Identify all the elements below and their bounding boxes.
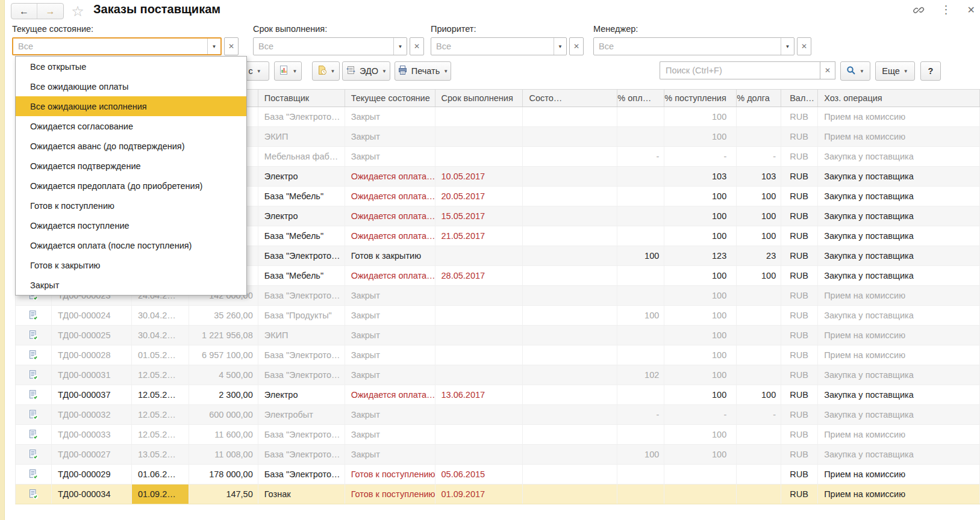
due-input[interactable]	[254, 38, 393, 55]
cell-debt	[737, 465, 781, 484]
search-input[interactable]	[660, 61, 820, 79]
table-row[interactable]: ТД00-00003312.05.2…11 600,00База "Электр…	[15, 425, 980, 445]
column-header[interactable]: Хоз. операция	[818, 90, 980, 107]
cell-num: ТД00-000027	[52, 445, 132, 464]
cell-debt	[737, 425, 781, 444]
cell-due: 13.06.2017	[435, 385, 523, 404]
column-header[interactable]: Поставщик	[258, 90, 345, 107]
cell-paid	[617, 187, 664, 206]
table-row[interactable]: ТД00-00002713.05.2…11 008,00База "Электр…	[15, 445, 980, 465]
search-area: ✕	[660, 61, 835, 79]
table-row[interactable]: ТД00-00002430.04.2…35 260,00База "Продук…	[15, 306, 980, 326]
table-row[interactable]: ТД00-00003401.09.2…147,50ГознакГотов к п…	[15, 484, 980, 504]
dropdown-item[interactable]: Все ожидающие исполнения	[16, 96, 246, 116]
document-posted-icon	[16, 326, 52, 345]
manager-clear-button[interactable]: ✕	[797, 37, 811, 55]
table-row[interactable]: ТД00-00002530.04.2…1 221 956,08ЭКИПЗакры…	[15, 326, 980, 345]
table-row[interactable]: ТД00-00003712.05.2…2 300,00ЭлектроОжидае…	[15, 385, 980, 405]
manager-combobox[interactable]: ▼	[593, 37, 794, 55]
cell-date: 30.04.2…	[132, 326, 189, 345]
cell-recv: 100	[664, 206, 737, 226]
dropdown-item[interactable]: Все ожидающие оплаты	[16, 76, 246, 96]
filter-label-manager: Менеджер:	[593, 24, 638, 34]
cell-cur: RUB	[781, 326, 818, 345]
help-button[interactable]: ?	[920, 61, 941, 81]
cell-sum: 1 221 956,08	[189, 326, 258, 345]
close-icon[interactable]: ✕	[967, 4, 975, 16]
dropdown-item[interactable]: Все открытые	[16, 57, 246, 76]
current-state-input[interactable]	[13, 39, 207, 54]
cell-op: Закупка у поставщика	[818, 266, 980, 285]
forward-button[interactable]: →	[37, 4, 63, 19]
column-header[interactable]: Текущее состояние	[345, 90, 435, 107]
cell-cur: RUB	[781, 405, 818, 424]
column-header[interactable]: % поступления	[664, 90, 737, 107]
chevron-down-icon[interactable]: ▼	[393, 38, 407, 55]
current-state-clear-button[interactable]: ✕	[224, 37, 239, 55]
link-icon[interactable]	[913, 4, 925, 16]
due-clear-button[interactable]: ✕	[410, 37, 424, 55]
cell-supplier: База "Мебель"	[258, 266, 345, 285]
cell-paid	[617, 425, 664, 444]
table-row[interactable]: ТД00-00003212.05.2…600 000,00ЭлектробытЗ…	[15, 405, 980, 425]
dropdown-item[interactable]: Готов к закрытию	[16, 255, 246, 275]
column-header[interactable]: Вал…	[781, 90, 818, 107]
priority-combobox[interactable]: ▼	[431, 37, 567, 55]
chevron-down-icon[interactable]: ▼	[781, 38, 794, 55]
chevron-down-icon[interactable]: ▼	[207, 39, 220, 54]
cell-paid	[617, 107, 664, 126]
cell-sost	[523, 286, 617, 305]
cell-due	[435, 107, 523, 126]
column-header[interactable]: Состо…	[523, 90, 617, 107]
cell-due	[435, 425, 523, 444]
column-header[interactable]: % долга	[737, 90, 781, 107]
cell-cur: RUB	[781, 365, 818, 385]
table-row[interactable]: ТД00-00002901.06.2…178 000,00База "Элект…	[15, 465, 980, 484]
print-button[interactable]: Печать ▼	[395, 61, 451, 81]
document-posted-icon	[16, 445, 52, 464]
cell-op: Прием на комиссию	[818, 127, 980, 146]
cell-sost	[523, 365, 617, 385]
dropdown-item[interactable]: Готов к поступлению	[16, 196, 246, 215]
more-button[interactable]: Еще▼	[875, 61, 915, 81]
cell-due	[435, 286, 523, 305]
cell-sum: 6 957 100,00	[189, 345, 258, 365]
current-state-combobox[interactable]: ▼	[12, 37, 222, 55]
menu-kebab-icon[interactable]: ⋮	[941, 4, 952, 15]
cell-sost	[523, 405, 617, 424]
cell-supplier: База "Электрото…	[258, 425, 345, 444]
dropdown-item[interactable]: Ожидается согласование	[16, 116, 246, 136]
report-button[interactable]: ▼	[274, 61, 302, 81]
cell-debt	[737, 286, 781, 305]
dropdown-item[interactable]: Ожидается оплата (после поступления)	[16, 235, 246, 255]
table-row[interactable]: ТД00-00002801.05.2…6 957 100,00База "Эле…	[15, 345, 980, 365]
priority-clear-button[interactable]: ✕	[569, 37, 584, 55]
priority-input[interactable]	[431, 38, 554, 55]
cell-state: Готов к поступлению	[345, 465, 435, 484]
cell-op: Прием на комиссию	[818, 107, 980, 126]
cell-supplier: База "Электрото…	[258, 445, 345, 464]
chevron-down-icon[interactable]: ▼	[554, 38, 566, 55]
column-header[interactable]: Срок выполнения	[435, 90, 523, 107]
search-button[interactable]: ▼	[840, 61, 870, 81]
cell-sost	[523, 127, 617, 146]
cell-sost	[523, 206, 617, 226]
edo-button[interactable]: ЭДО ▼	[342, 61, 390, 81]
back-button[interactable]: ←	[11, 4, 37, 19]
cell-cur: RUB	[781, 147, 818, 166]
cell-recv: 123	[664, 246, 737, 265]
cell-op: Прием на комиссию	[818, 345, 980, 365]
dropdown-item[interactable]: Закрыт	[16, 275, 246, 295]
document-schedule-button[interactable]: ▼	[312, 61, 340, 81]
dropdown-item[interactable]: Ожидается подтверждение	[16, 156, 246, 176]
manager-input[interactable]	[594, 38, 781, 55]
dropdown-item[interactable]: Ожидается аванс (до подтверждения)	[16, 136, 246, 156]
dropdown-item[interactable]: Ожидается предоплата (до приобретения)	[16, 176, 246, 196]
search-clear-button[interactable]: ✕	[820, 61, 835, 79]
favorite-star-icon[interactable]: ☆	[70, 4, 86, 19]
table-row[interactable]: ТД00-00003112.05.2…4 500,00База "Электро…	[15, 365, 980, 385]
column-header[interactable]: % опл…	[617, 90, 664, 107]
dropdown-item[interactable]: Ожидается поступление	[16, 215, 246, 235]
due-combobox[interactable]: ▼	[253, 37, 407, 55]
cell-paid	[617, 286, 664, 305]
